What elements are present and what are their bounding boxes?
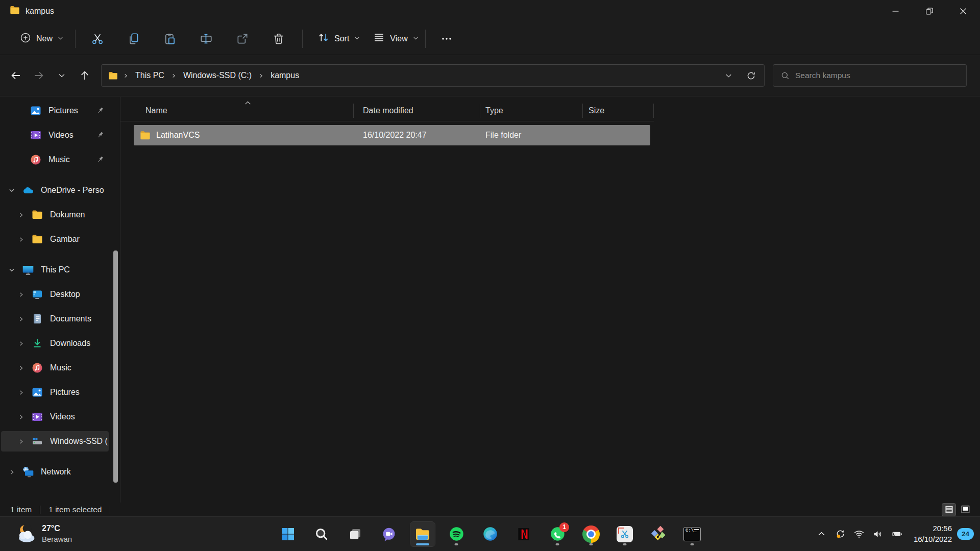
sidebar-item-this-pc[interactable]: This PC	[1, 260, 109, 280]
file-explorer-button[interactable]	[410, 522, 435, 546]
chat-button[interactable]	[377, 522, 401, 546]
share-button[interactable]	[230, 28, 255, 50]
sidebar-item-onedrive[interactable]: OneDrive - Perso	[1, 180, 109, 201]
notification-count-badge[interactable]: 24	[957, 528, 974, 540]
edge-icon	[482, 525, 499, 542]
delete-button[interactable]	[266, 28, 291, 50]
computer-icon	[21, 263, 35, 277]
edge-button[interactable]	[478, 522, 502, 546]
sidebar-item-downloads[interactable]: Downloads	[1, 333, 109, 354]
breadcrumb-drive[interactable]: Windows-SSD (C:)	[179, 69, 256, 82]
running-indicator	[416, 543, 429, 545]
chevron-right-icon[interactable]	[7, 469, 16, 475]
back-button[interactable]	[4, 64, 27, 87]
copy-button[interactable]	[121, 28, 146, 50]
chevron-right-icon[interactable]	[16, 291, 26, 298]
column-header-size[interactable]: Size	[583, 104, 654, 118]
chevron-right-icon[interactable]	[169, 73, 178, 79]
content-view-button[interactable]	[959, 504, 972, 516]
snip-corner-decoration	[618, 528, 624, 534]
whatsapp-button[interactable]: 1	[545, 522, 570, 546]
snipping-tool-button[interactable]	[612, 522, 637, 546]
weather-widget[interactable]: 27°C Berawan	[10, 517, 77, 551]
share-icon	[236, 32, 249, 45]
sort-button[interactable]: Sort	[311, 27, 366, 50]
view-button[interactable]: View	[366, 27, 425, 50]
sidebar-item-windows-ssd[interactable]: Windows-SSD (	[1, 431, 109, 452]
chevron-right-icon[interactable]	[16, 365, 26, 371]
task-view-button[interactable]	[343, 522, 368, 546]
refresh-button[interactable]	[741, 66, 761, 85]
chevron-right-icon[interactable]	[16, 389, 26, 396]
search-icon	[780, 71, 790, 81]
chevron-right-icon[interactable]	[16, 438, 26, 445]
running-indicator	[455, 543, 458, 545]
address-dropdown-button[interactable]	[718, 66, 739, 85]
clock[interactable]: 20:56 16/10/2022	[914, 523, 952, 544]
details-view-button[interactable]	[942, 504, 955, 516]
spotify-icon	[448, 525, 465, 542]
column-header-name[interactable]: Name	[120, 104, 354, 118]
chrome-button[interactable]	[579, 522, 603, 546]
search-box[interactable]	[773, 64, 967, 87]
chevron-right-icon[interactable]	[16, 236, 26, 243]
sidebar-item-music-pinned[interactable]: Music	[1, 149, 109, 170]
window-controls	[879, 0, 980, 22]
sidebar-item-network[interactable]: Network	[1, 462, 109, 482]
spotify-button[interactable]	[444, 522, 469, 546]
up-button[interactable]	[73, 64, 96, 87]
tortoisegit-button[interactable]	[646, 522, 671, 546]
sidebar-item-videos[interactable]: Videos	[1, 407, 109, 427]
sidebar-item-music[interactable]: Music	[1, 358, 109, 378]
restore-button[interactable]	[913, 0, 946, 22]
address-bar[interactable]: This PC Windows-SSD (C:) kampus	[101, 64, 765, 87]
sidebar-scrollbar[interactable]	[113, 251, 118, 483]
folder-icon	[31, 233, 44, 245]
paste-button[interactable]	[157, 28, 183, 50]
windows-icon	[280, 526, 296, 542]
taskbar-search-button[interactable]	[309, 522, 334, 546]
file-explorer-icon	[414, 525, 431, 543]
column-header-date-modified[interactable]: Date modified	[354, 104, 480, 118]
running-indicator	[590, 543, 593, 545]
chevron-down-icon[interactable]	[7, 187, 16, 194]
more-options-button[interactable]	[434, 28, 459, 50]
netflix-button[interactable]	[511, 522, 536, 546]
chevron-right-icon[interactable]	[257, 73, 265, 79]
music-icon	[31, 362, 44, 374]
terminal-button[interactable]: C:\_	[680, 522, 704, 546]
file-explorer-window: kampus New	[0, 0, 980, 551]
forward-button[interactable]	[27, 64, 50, 87]
file-row-latihanvcs[interactable]: LatihanVCS 16/10/2022 20:47 File folder	[134, 125, 650, 145]
update-sync-button[interactable]	[831, 523, 850, 545]
start-button[interactable]	[276, 522, 300, 546]
close-button[interactable]	[946, 0, 980, 22]
rename-button[interactable]	[193, 28, 219, 50]
sidebar-item-pictures[interactable]: Pictures	[1, 382, 109, 403]
weather-temperature: 27°C	[42, 523, 72, 534]
new-button[interactable]: New	[13, 28, 70, 50]
sidebar-item-dokumen[interactable]: Dokumen	[1, 205, 109, 225]
chevron-down-icon[interactable]	[7, 266, 16, 273]
sidebar-item-pictures-pinned[interactable]: Pictures	[1, 101, 109, 121]
minimize-button[interactable]	[879, 0, 913, 22]
wifi-button[interactable]	[850, 523, 869, 545]
hidden-icons-button[interactable]	[812, 523, 831, 545]
chevron-right-icon[interactable]	[16, 316, 26, 322]
sidebar-item-gambar[interactable]: Gambar	[1, 229, 109, 249]
tray-date: 16/10/2022	[914, 534, 952, 544]
recent-locations-button[interactable]	[50, 64, 73, 87]
column-header-type[interactable]: Type	[480, 104, 583, 118]
cut-button[interactable]	[85, 28, 110, 50]
sidebar-item-documents[interactable]: Documents	[1, 309, 109, 329]
volume-button[interactable]	[869, 523, 888, 545]
chevron-right-icon[interactable]	[16, 212, 26, 218]
breadcrumb-current-folder[interactable]: kampus	[266, 69, 303, 82]
chevron-right-icon[interactable]	[16, 414, 26, 420]
sidebar-item-videos-pinned[interactable]: Videos	[1, 125, 109, 145]
breadcrumb-this-pc[interactable]: This PC	[131, 69, 168, 82]
chevron-right-icon[interactable]	[16, 340, 26, 347]
sidebar-item-desktop[interactable]: Desktop	[1, 284, 109, 305]
battery-button[interactable]	[888, 523, 906, 545]
search-input[interactable]	[795, 71, 959, 80]
